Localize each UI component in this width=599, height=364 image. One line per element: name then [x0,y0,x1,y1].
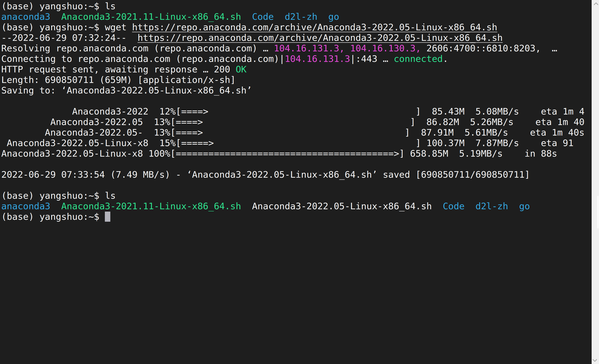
terminal-cursor [105,212,110,222]
terminal-line [1,180,592,190]
terminal-line: 2022-06-29 07:33:54 (7.49 MB/s) - ‘Anaco… [1,169,592,180]
terminal-text: HTTP request sent, awaiting response … 2… [1,64,236,74]
terminal-line: (base) yangshuo:~$ wget https://repo.ana… [1,22,592,32]
terminal-text: Anaconda3-2022.05-Linux-x86_64.sh [252,201,432,211]
terminal-text: OK [236,64,247,74]
terminal-text [345,43,350,53]
terminal-line: Anaconda3-2022.05 13%[====> ] 86.82M 5.2… [1,117,592,127]
terminal-text: Resolving repo.anaconda.com (repo.anacon… [1,43,274,53]
terminal-text [241,11,252,22]
terminal-line: anaconda3 Anaconda3-2021.11-Linux-x86_64… [1,11,592,22]
terminal-line: Saving to: ‘Anaconda3-2022.05-Linux-x86_… [1,85,592,96]
terminal-line: Anaconda3-2022.05-Linux-x8 100%[========… [1,148,592,159]
terminal-line: Connecting to repo.anaconda.com (repo.an… [1,53,592,64]
terminal-text: 2022-06-29 07:33:54 (7.49 MB/s) - ‘Anaco… [1,169,530,180]
terminal-text: Anaconda3-2022 12%[====> ] 85.43M 5.08MB… [1,106,584,117]
terminal-text: anaconda3 [1,11,50,22]
scrollbar[interactable] [592,0,599,364]
terminal-line [1,159,592,169]
terminal-text: 2606:4700::6810:8203, … [421,43,557,53]
terminal-text: Anaconda3-2022.05-Linux-x8 15%[=====> ] … [1,138,573,148]
terminal-text [50,11,61,22]
terminal-text: Anaconda3-2022.05- 13%[====> ] 87.91M 5.… [1,127,584,138]
terminal-text: Anaconda3-2022.05 13%[====> ] 86.82M 5.2… [1,117,584,127]
terminal-text [274,11,285,22]
terminal-text: Anaconda3-2021.11-Linux-x86_64.sh [61,201,241,211]
chevron-up-icon [593,2,598,7]
terminal-line: HTTP request sent, awaiting response … 2… [1,64,592,74]
terminal-line: Anaconda3-2022 12%[====> ] 85.43M 5.08MB… [1,106,592,117]
terminal-text: go [328,11,339,22]
terminal-text [50,201,61,211]
terminal-text: Anaconda3-2022.05-Linux-x8 100%[========… [1,148,557,159]
terminal-text [432,201,443,211]
terminal-text: Saving to: ‘Anaconda3-2022.05-Linux-x86_… [1,85,252,96]
terminal-text: (base) yangshuo:~$ [1,211,105,222]
terminal-line: anaconda3 Anaconda3-2021.11-Linux-x86_64… [1,201,592,211]
terminal-line [1,96,592,106]
terminal-text [241,201,252,211]
terminal-text: 104.16.131.3 [285,53,350,64]
terminal-line: --2022-06-29 07:32:24-- https://repo.ana… [1,32,592,43]
terminal-text: Anaconda3-2021.11-Linux-x86_64.sh [61,11,241,22]
terminal-line: (base) yangshuo:~$ ls [1,1,592,11]
terminal-text: go [519,201,530,211]
scrollbar-thumb[interactable] [597,196,599,228]
terminal-link-text[interactable]: https://repo.anaconda.com/archive/Anacon… [138,32,503,43]
terminal-line: Length: 690850711 (659M) [application/x-… [1,74,592,85]
terminal-line: (base) yangshuo:~$ [1,211,592,222]
terminal-line: Anaconda3-2022.05- 13%[====> ] 87.91M 5.… [1,127,592,138]
terminal-text: (base) yangshuo:~$ ls [1,190,116,201]
terminal-text: Code [443,201,465,211]
terminal-text: d2l-zh [285,11,317,22]
chevron-down-icon [592,357,597,362]
terminal-text: --2022-06-29 07:32:24-- [1,32,138,43]
terminal-text: 104.16.130.3, [350,43,421,53]
terminal-text: . [443,53,448,64]
scroll-up-button[interactable] [592,1,599,8]
terminal-text: d2l-zh [476,201,508,211]
terminal-text [465,201,476,211]
terminal-text: (base) yangshuo:~$ ls [1,1,116,11]
terminal-text: anaconda3 [1,201,50,211]
scroll-down-button[interactable] [592,356,599,363]
terminal-line: (base) yangshuo:~$ ls [1,190,592,201]
terminal-text: |:443 … [350,53,394,64]
terminal-text: 104.16.131.3, [274,43,345,53]
terminal-text: Connecting to repo.anaconda.com (repo.an… [1,53,285,64]
terminal-text: Code [252,11,274,22]
terminal-line: Anaconda3-2022.05-Linux-x8 15%[=====> ] … [1,138,592,148]
terminal-window: { "colors": { "background": "#1e1e1e", "… [0,0,599,364]
terminal-screen[interactable]: (base) yangshuo:~$ lsanaconda3 Anaconda3… [0,0,592,364]
terminal-text [508,201,519,211]
terminal-text: (base) yangshuo:~$ wget [1,22,132,32]
terminal-text: connected [394,53,443,64]
terminal-link-text[interactable]: https://repo.anaconda.com/archive/Anacon… [132,22,497,32]
terminal-text: Length: 690850711 (659M) [application/x-… [1,74,236,85]
terminal-text [317,11,328,22]
terminal-line: Resolving repo.anaconda.com (repo.anacon… [1,43,592,53]
